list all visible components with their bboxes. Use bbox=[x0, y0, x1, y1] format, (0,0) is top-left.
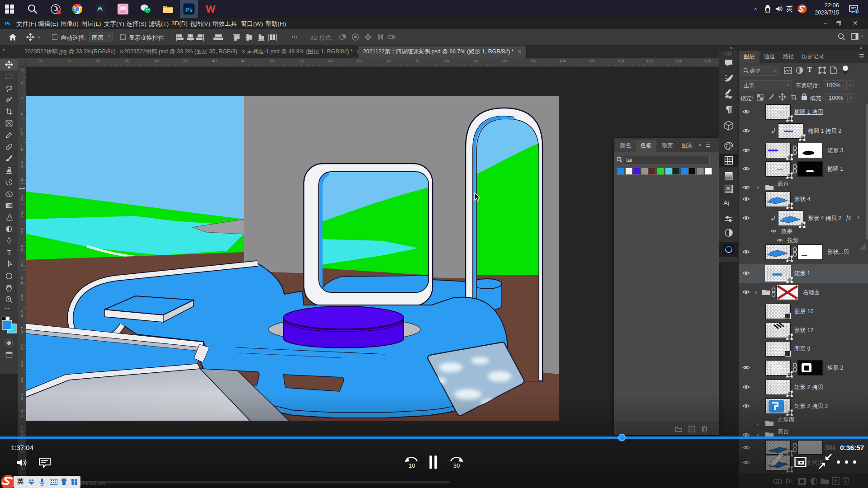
svg-text:T: T bbox=[7, 249, 11, 256]
svg-text:30: 30 bbox=[453, 462, 460, 469]
svg-text:Ps: Ps bbox=[185, 6, 193, 13]
svg-text:1: 1 bbox=[856, 9, 858, 14]
svg-text:Ps: Ps bbox=[5, 21, 11, 26]
svg-text:10: 10 bbox=[409, 462, 415, 469]
